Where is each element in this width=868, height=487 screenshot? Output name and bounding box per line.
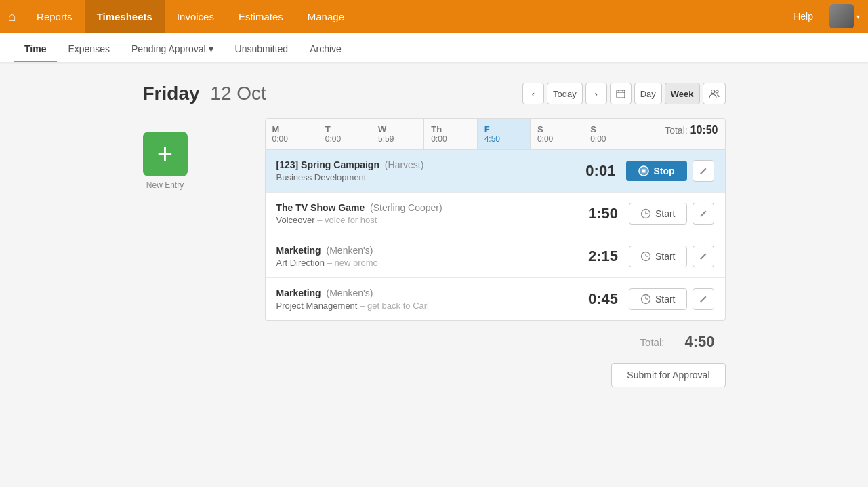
subnav-expenses[interactable]: Expenses [57,37,120,62]
submit-approval-button[interactable]: Submit for Approval [611,363,725,387]
nav-invoices[interactable]: Invoices [165,0,226,33]
start-button-4[interactable]: Start [629,288,687,310]
main-content: Friday 12 Oct ‹ Today › Day Week [129,83,739,408]
new-entry-label: New Entry [146,180,184,190]
start-button-2[interactable]: Start [629,203,687,225]
page-wrapper: + New Entry M 0:00 T 0:00 W 5:59 [143,118,726,408]
entry-time-2: 1:50 [571,205,618,222]
team-view-button[interactable] [703,83,726,104]
pencil-icon [699,166,708,176]
table-row: The TV Show Game (Sterling Cooper) Voice… [266,193,725,235]
day-view-button[interactable]: Day [634,83,662,104]
entry-project-4: Marketing (Menken's) [276,288,571,298]
entry-time-1: 0:01 [568,162,615,180]
entry-project-2: The TV Show Game (Sterling Cooper) [276,202,571,213]
edit-button-2[interactable] [693,203,714,225]
grid-header: M 0:00 T 0:00 W 5:59 Th 0:00 F 4:50 [265,118,726,150]
entry-project-1: [123] Spring Campaign (Harvest) [276,159,569,170]
entry-time-3: 2:15 [571,248,618,265]
table-row: [123] Spring Campaign (Harvest) Business… [266,150,725,193]
sub-nav: Time Expenses Pending Approval ▾ Unsubmi… [0,33,868,62]
svg-point-5 [716,90,718,93]
new-entry-button[interactable]: + [143,132,188,176]
entry-actions-2: Start [629,203,714,225]
entry-info-3: Marketing (Menken's) Art Direction – new… [276,245,571,268]
subnav-unsubmitted[interactable]: Unsubmitted [224,37,299,62]
entry-project-3: Marketing (Menken's) [276,245,571,256]
help-link[interactable]: Help [793,11,813,22]
date-header: Friday 12 Oct ‹ Today › Day Week [143,83,726,104]
clock-icon [640,294,651,305]
avatar-caret[interactable]: ▾ [856,13,860,20]
submit-area: Submit for Approval [265,363,726,408]
nav-estimates[interactable]: Estimates [226,0,295,33]
prev-button[interactable]: ‹ [522,83,544,104]
grid-header-tue: T 0:00 [318,119,371,149]
date-controls: ‹ Today › Day Week [522,83,726,104]
pencil-icon [699,294,708,304]
total-value: 4:50 [684,333,714,351]
new-entry-panel: + New Entry [143,118,188,190]
total-label: Total: [640,336,665,348]
entry-info-2: The TV Show Game (Sterling Cooper) Voice… [276,202,571,225]
grid-header-mon: M 0:00 [266,119,318,149]
grid-header-sun: S 0:00 [583,119,636,149]
svg-rect-8 [642,170,646,173]
clock-icon [640,251,651,262]
grid-header-thu: Th 0:00 [424,119,477,149]
edit-button-1[interactable] [693,160,714,182]
nav-manage[interactable]: Manage [295,0,356,33]
entry-actions-3: Start [629,246,714,267]
entry-task-2: Voiceover – voice for host [276,215,571,225]
grid-header-sat: S 0:00 [531,119,583,149]
entry-actions-1: Stop [626,160,714,182]
nav-reports[interactable]: Reports [24,0,85,33]
clock-icon [640,208,651,219]
avatar[interactable] [829,4,854,28]
entry-task-1: Business Development [276,172,569,182]
next-button[interactable]: › [585,83,607,104]
new-entry-plus-icon: + [157,140,173,168]
pencil-icon [699,209,708,218]
grid-header-fri: F 4:50 [478,119,531,149]
content-area: M 0:00 T 0:00 W 5:59 Th 0:00 F 4:50 [143,118,726,408]
entry-actions-4: Start [629,288,714,310]
subnav-archive[interactable]: Archive [299,37,352,62]
grid-total: Total: 10:50 [636,119,724,149]
start-button-3[interactable]: Start [629,246,687,267]
entry-info-4: Marketing (Menken's) Project Management … [276,288,571,311]
today-button[interactable]: Today [547,83,583,104]
entry-info-1: [123] Spring Campaign (Harvest) Business… [276,159,569,182]
entry-time-4: 0:45 [571,290,618,308]
table-row: Marketing (Menken's) Project Management … [266,278,725,320]
grid-header-wed: W 5:59 [371,119,424,149]
people-icon [709,89,720,98]
entry-task-3: Art Direction – new promo [276,258,571,268]
subnav-pending-approval[interactable]: Pending Approval ▾ [121,37,224,62]
svg-rect-0 [617,90,625,98]
edit-button-3[interactable] [693,246,714,267]
bottom-total: Total: 4:50 [265,321,726,363]
date-title: Friday 12 Oct [143,83,266,104]
table-row: Marketing (Menken's) Art Direction – new… [266,235,725,278]
entries-container: [123] Spring Campaign (Harvest) Business… [265,150,726,321]
nav-timesheets[interactable]: Timesheets [85,0,165,33]
day-name: Friday [143,83,200,104]
edit-button-4[interactable] [693,288,714,310]
entry-task-4: Project Management – get back to Carl [276,300,571,311]
day-number: 12 Oct [210,83,266,104]
pencil-icon [699,252,708,261]
week-view-button[interactable]: Week [665,83,700,104]
svg-point-4 [711,90,714,94]
home-icon[interactable]: ⌂ [8,9,16,24]
top-nav: ⌂ Reports Timesheets Invoices Estimates … [0,0,868,33]
stop-button[interactable]: Stop [626,161,686,181]
subnav-time[interactable]: Time [14,37,57,62]
calendar-button[interactable] [610,83,632,104]
calendar-icon [616,89,625,98]
avatar-image [829,4,854,28]
stop-icon [638,165,649,176]
